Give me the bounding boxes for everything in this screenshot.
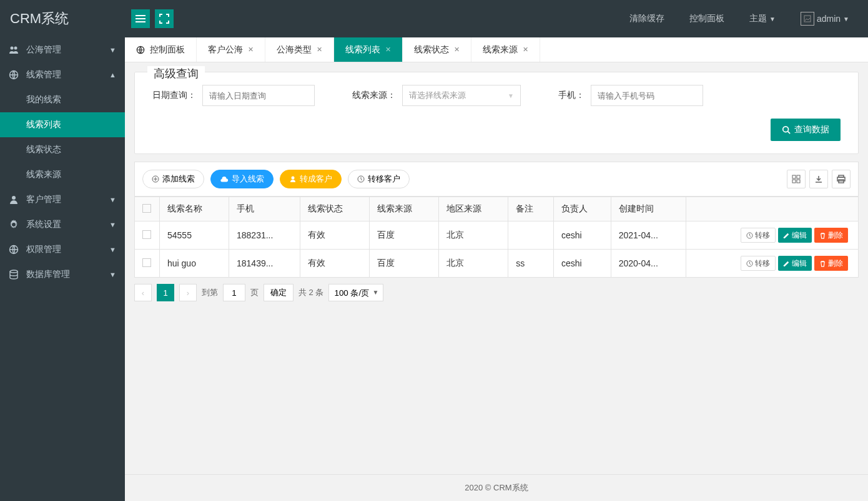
date-query-input[interactable] bbox=[202, 85, 315, 106]
per-page-select[interactable]: 100 条/页 bbox=[328, 284, 383, 301]
transfer-customer-button[interactable]: 转移客户 bbox=[348, 170, 410, 188]
chevron-down-icon: ▼ bbox=[109, 271, 116, 278]
add-lead-button[interactable]: 添加线索 bbox=[142, 170, 204, 188]
sidebar-subitem-线索来源[interactable]: 线索来源 bbox=[0, 162, 125, 187]
menu-toggle-button[interactable] bbox=[131, 9, 150, 28]
row-delete-button[interactable]: 删除 bbox=[814, 256, 848, 271]
theme-menu[interactable]: 主题 ▼ bbox=[749, 13, 776, 24]
tab-label: 线索列表 bbox=[345, 44, 380, 56]
download-icon bbox=[814, 175, 823, 183]
sidebar-item-label: 线索管理 bbox=[26, 69, 61, 80]
close-icon[interactable]: ✕ bbox=[385, 46, 391, 54]
cell-created: 2020-04... bbox=[611, 250, 686, 278]
trash-icon bbox=[819, 260, 826, 267]
tab-线索状态[interactable]: 线索状态✕ bbox=[403, 37, 471, 62]
prev-page-button[interactable]: ‹ bbox=[134, 284, 152, 301]
pagination: ‹ 1 › 到第 页 确定 共 2 条 100 条/页 bbox=[134, 278, 859, 308]
chevron-up-icon: ▲ bbox=[109, 71, 116, 79]
svg-rect-1 bbox=[136, 18, 145, 19]
sidebar-item-线索管理[interactable]: 线索管理▲ bbox=[0, 62, 125, 87]
row-checkbox[interactable] bbox=[142, 230, 151, 239]
cell-remark: ss bbox=[508, 250, 554, 278]
user-icon bbox=[289, 175, 297, 183]
svg-rect-16 bbox=[797, 175, 800, 178]
clock-icon bbox=[357, 175, 365, 183]
date-query-label: 日期查询： bbox=[152, 90, 196, 101]
select-all-checkbox[interactable] bbox=[142, 204, 151, 213]
row-transfer-button[interactable]: 转移 bbox=[741, 256, 776, 271]
tab-label: 线索来源 bbox=[483, 44, 518, 56]
clock-icon bbox=[746, 232, 753, 239]
close-icon[interactable]: ✕ bbox=[523, 46, 528, 54]
svg-point-4 bbox=[11, 47, 14, 50]
chevron-down-icon: ▼ bbox=[109, 221, 116, 228]
globe-icon bbox=[9, 245, 21, 255]
cloud-upload-icon bbox=[220, 175, 229, 183]
chevron-down-icon: ▼ bbox=[109, 46, 116, 54]
tab-客户公海[interactable]: 客户公海✕ bbox=[197, 37, 265, 62]
svg-rect-2 bbox=[136, 21, 145, 22]
source-select[interactable]: 请选择线索来源 ▼ bbox=[402, 85, 521, 106]
cell-region: 北京 bbox=[439, 250, 508, 278]
row-delete-button[interactable]: 删除 bbox=[814, 228, 848, 243]
columns-button[interactable] bbox=[787, 170, 806, 188]
database-icon bbox=[9, 270, 21, 280]
cell-phone: 181439... bbox=[229, 250, 300, 278]
tab-公海类型[interactable]: 公海类型✕ bbox=[265, 37, 334, 62]
row-edit-button[interactable]: 编辑 bbox=[778, 228, 812, 243]
cell-remark bbox=[508, 221, 554, 250]
phone-input[interactable] bbox=[591, 85, 703, 106]
sidebar-item-客户管理[interactable]: 客户管理▼ bbox=[0, 187, 125, 212]
close-icon[interactable]: ✕ bbox=[454, 46, 460, 54]
svg-rect-0 bbox=[136, 15, 145, 16]
sidebar-subitem-线索状态[interactable]: 线索状态 bbox=[0, 137, 125, 162]
footer-text: 2020 © CRM系统 bbox=[125, 474, 868, 501]
app-logo: CRM系统 bbox=[0, 9, 125, 28]
sidebar-item-label: 客户管理 bbox=[26, 194, 61, 205]
close-icon[interactable]: ✕ bbox=[248, 46, 254, 54]
sidebar-item-label: 数据库管理 bbox=[26, 269, 70, 280]
trash-icon bbox=[819, 232, 826, 239]
tab-控制面板[interactable]: 控制面板 bbox=[125, 37, 197, 62]
grid-icon bbox=[792, 175, 801, 183]
control-panel-link[interactable]: 控制面板 bbox=[689, 13, 724, 24]
plus-icon bbox=[152, 175, 159, 183]
close-icon[interactable]: ✕ bbox=[317, 46, 322, 54]
avatar bbox=[801, 12, 814, 26]
next-page-button[interactable]: › bbox=[179, 284, 197, 301]
sidebar-subitem-我的线索[interactable]: 我的线索 bbox=[0, 87, 125, 112]
query-button[interactable]: 查询数据 bbox=[771, 119, 841, 141]
sidebar-item-系统设置[interactable]: 系统设置▼ bbox=[0, 212, 125, 237]
row-checkbox[interactable] bbox=[142, 258, 151, 267]
cell-phone: 188231... bbox=[229, 221, 300, 250]
caret-down-icon: ▼ bbox=[769, 16, 776, 22]
sidebar-item-权限管理[interactable]: 权限管理▼ bbox=[0, 237, 125, 262]
import-lead-button[interactable]: 导入线索 bbox=[210, 170, 274, 188]
goto-confirm-button[interactable]: 确定 bbox=[264, 284, 293, 301]
user-menu[interactable]: admin ▼ bbox=[801, 12, 849, 26]
fullscreen-button[interactable] bbox=[155, 9, 174, 28]
home-icon bbox=[136, 46, 145, 54]
print-button[interactable] bbox=[832, 170, 851, 188]
gear-icon bbox=[9, 220, 21, 230]
print-icon bbox=[837, 175, 846, 183]
row-transfer-button[interactable]: 转移 bbox=[741, 228, 776, 243]
page-1-button[interactable]: 1 bbox=[157, 284, 174, 301]
tab-label: 线索状态 bbox=[414, 44, 449, 56]
convert-customer-button[interactable]: 转成客户 bbox=[280, 170, 342, 188]
row-edit-button[interactable]: 编辑 bbox=[778, 256, 812, 271]
sidebar-item-公海管理[interactable]: 公海管理▼ bbox=[0, 37, 125, 62]
clear-cache-link[interactable]: 清除缓存 bbox=[629, 13, 664, 24]
sidebar-item-数据库管理[interactable]: 数据库管理▼ bbox=[0, 262, 125, 287]
tab-线索来源[interactable]: 线索来源✕ bbox=[471, 37, 540, 62]
column-header: 地区来源 bbox=[439, 197, 508, 221]
goto-page-input[interactable] bbox=[223, 284, 245, 301]
column-header: 线索名称 bbox=[160, 197, 229, 221]
edit-icon bbox=[783, 260, 790, 267]
cell-source: 百度 bbox=[370, 250, 439, 278]
tab-label: 客户公海 bbox=[208, 44, 243, 56]
export-button[interactable] bbox=[809, 170, 828, 188]
svg-point-11 bbox=[783, 127, 789, 132]
tab-线索列表[interactable]: 线索列表✕ bbox=[334, 37, 403, 62]
sidebar-subitem-线索列表[interactable]: 线索列表 bbox=[0, 112, 125, 137]
